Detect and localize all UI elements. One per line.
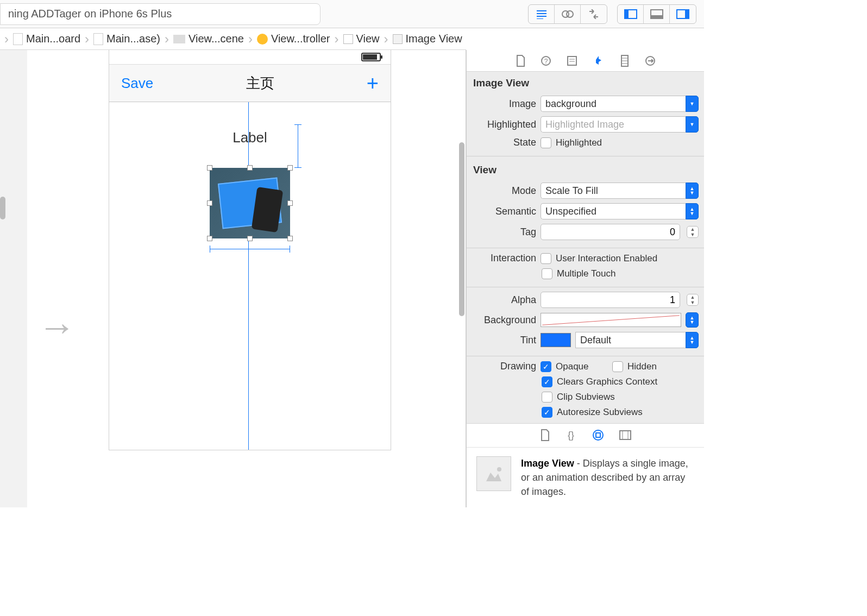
dropdown-icon[interactable]: ▲▼: [686, 183, 699, 199]
version-editor-icon[interactable]: [581, 5, 607, 23]
entry-arrow-icon[interactable]: →: [38, 305, 76, 349]
dropdown-icon[interactable]: ▼: [686, 96, 699, 112]
resize-handle[interactable]: [207, 200, 212, 206]
scroll-indicator[interactable]: [459, 142, 464, 316]
dropdown-icon[interactable]: ▲▼: [686, 312, 699, 328]
nav-add-button[interactable]: +: [367, 72, 379, 95]
help-inspector-icon[interactable]: ?: [541, 55, 551, 66]
tint-colorwell[interactable]: [541, 333, 571, 347]
highlighted-checkbox[interactable]: [541, 137, 551, 148]
chevron-right-icon: ›: [3, 33, 10, 46]
alpha-field[interactable]: [541, 292, 680, 308]
alpha-stepper[interactable]: ▲▼: [687, 294, 699, 306]
opaque-label: Opaque: [556, 361, 608, 372]
inspector-tabs: ?: [467, 50, 704, 72]
tag-field[interactable]: [541, 224, 680, 240]
tint-label: Tint: [472, 335, 536, 346]
semantic-value: Unspecified: [541, 203, 686, 219]
canvas[interactable]: → Save 主页 + Label: [0, 50, 466, 507]
autoresize-checkbox[interactable]: ✓: [542, 407, 552, 418]
breadcrumb-imageview[interactable]: Image View: [389, 33, 466, 45]
label-element[interactable]: Label: [233, 129, 267, 146]
mode-combobox[interactable]: Scale To Fill ▲▼: [541, 183, 699, 199]
image-label: Image: [472, 98, 536, 110]
highlighted-combobox[interactable]: Highlighted Image ▼: [541, 116, 699, 133]
clears-graphics-checkbox[interactable]: ✓: [542, 376, 552, 387]
library-item-title: Image View: [521, 458, 574, 469]
tint-combobox[interactable]: Default ▲▼: [575, 332, 699, 348]
device-frame[interactable]: Save 主页 + Label: [109, 50, 391, 450]
resize-handle[interactable]: [287, 165, 293, 171]
semantic-combobox[interactable]: Unspecified ▲▼: [541, 203, 699, 219]
breadcrumb-base[interactable]: Main...ase): [90, 33, 164, 45]
resize-handle[interactable]: [287, 236, 293, 241]
connections-inspector-icon[interactable]: [645, 55, 656, 66]
selected-imageview[interactable]: [210, 168, 290, 238]
dropdown-icon[interactable]: ▲▼: [686, 332, 699, 348]
nav-title[interactable]: 主页: [246, 74, 274, 93]
semantic-label: Semantic: [472, 206, 536, 217]
crumb-label: View...troller: [271, 33, 330, 45]
opaque-checkbox[interactable]: ✓: [541, 361, 551, 372]
object-library-icon[interactable]: [592, 429, 604, 441]
crumb-label: View: [356, 33, 380, 45]
imageview-icon: [393, 34, 403, 44]
view-icon: [343, 34, 353, 44]
left-panel-icon[interactable]: [618, 5, 644, 23]
uie-label: User Interaction Enabled: [556, 253, 657, 264]
multitouch-checkbox[interactable]: [542, 268, 552, 279]
nav-left-button[interactable]: Save: [121, 75, 153, 92]
breadcrumb-storyboard[interactable]: Main...oard: [10, 33, 84, 45]
navigation-bar[interactable]: Save 主页 +: [109, 64, 391, 102]
identity-inspector-icon[interactable]: [567, 55, 577, 66]
chevron-right-icon: ›: [84, 33, 90, 46]
hidden-checkbox[interactable]: [612, 361, 623, 372]
background-colorwell[interactable]: [541, 313, 681, 327]
scroll-indicator: [0, 197, 5, 219]
resize-handle[interactable]: [247, 236, 253, 241]
breadcrumb-scene[interactable]: View...cene: [170, 33, 247, 45]
resize-handle[interactable]: [247, 165, 253, 171]
chevron-right-icon: ›: [383, 33, 389, 46]
clip-subviews-label: Clip Subviews: [557, 392, 615, 403]
tag-label: Tag: [472, 227, 536, 238]
crumb-label: Main...oard: [26, 33, 80, 45]
svg-point-23: [593, 430, 603, 440]
state-label: State: [472, 137, 536, 148]
phone-graphic: [252, 187, 283, 232]
resize-handle[interactable]: [207, 236, 212, 241]
mode-value: Scale To Fill: [541, 183, 686, 199]
resize-handle[interactable]: [207, 165, 212, 171]
clip-subviews-checkbox[interactable]: [542, 392, 552, 403]
dropdown-icon[interactable]: ▼: [686, 116, 699, 133]
tag-stepper[interactable]: ▲▼: [687, 226, 699, 238]
assistant-editor-icon[interactable]: [555, 5, 581, 23]
breadcrumb-view[interactable]: View: [340, 33, 383, 45]
file-template-icon[interactable]: [540, 429, 550, 441]
image-combobox[interactable]: background ▼: [541, 96, 699, 112]
clears-graphics-label: Clears Graphics Context: [557, 376, 657, 387]
file-inspector-icon[interactable]: [516, 55, 525, 67]
scene-icon: [173, 35, 185, 43]
standard-editor-icon[interactable]: [529, 5, 555, 23]
library-thumbnail: [476, 456, 511, 491]
attributes-inspector-icon[interactable]: [593, 55, 605, 67]
media-library-icon[interactable]: [619, 430, 631, 440]
bottom-panel-icon[interactable]: [644, 5, 670, 23]
library-item-imageview[interactable]: Image View - Displays a single image, or…: [467, 448, 704, 507]
uie-checkbox[interactable]: [541, 253, 551, 264]
svg-text:?: ?: [544, 58, 548, 65]
view-content[interactable]: Label: [109, 102, 391, 450]
interaction-label: Interaction: [472, 253, 536, 264]
right-panel-icon[interactable]: [670, 5, 696, 23]
autoresize-label: Autoresize Subviews: [557, 407, 643, 418]
storyboard-file-icon: [13, 33, 23, 45]
code-snippet-icon[interactable]: {}: [565, 429, 577, 441]
breadcrumb-viewcontroller[interactable]: View...troller: [254, 33, 334, 45]
resize-handle[interactable]: [287, 200, 293, 206]
section-header-imageview: Image View: [467, 72, 704, 93]
crumb-label: Main...ase): [106, 33, 160, 45]
size-inspector-icon[interactable]: [620, 55, 630, 67]
highlighted-label: Highlighted: [472, 119, 536, 130]
dropdown-icon[interactable]: ▲▼: [686, 203, 699, 219]
